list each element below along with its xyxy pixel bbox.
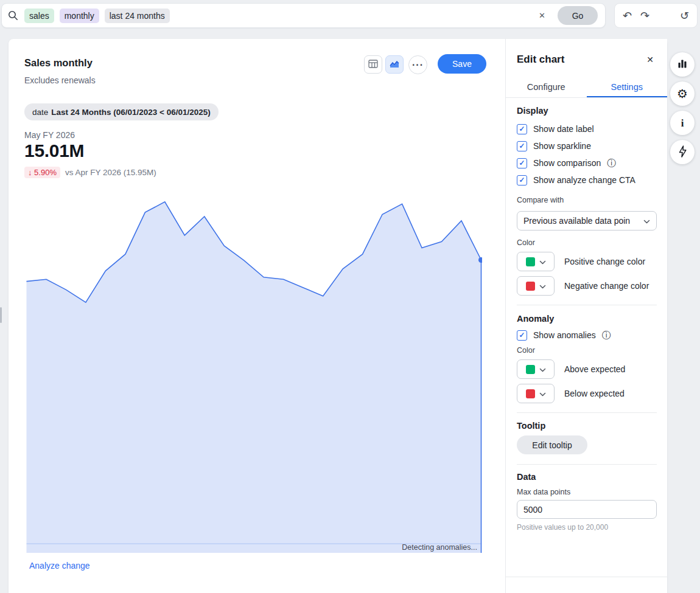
above-expected-swatch [526,365,535,374]
sparkline-chart[interactable]: Detecting anomalies... [26,198,482,553]
insights-button[interactable] [670,140,695,164]
chevron-down-icon [539,389,546,398]
max-data-points-helper: Positive values up to 20,000 [517,523,608,532]
reset-button[interactable]: ↺ [680,10,689,21]
chart-type-button[interactable] [670,52,695,77]
panel-resize-handle[interactable] [0,307,2,323]
undo-button[interactable]: ↶ [623,10,632,21]
change-badge: ↓ 5.90% [24,167,60,178]
divider [517,412,657,413]
lightning-bolt-icon [678,145,687,159]
kpi-value: 15.01M [24,140,84,161]
checkbox-label: Show sparkline [533,141,591,151]
history-controls: ↶ ↷ ↺ [614,3,698,28]
negative-color-picker[interactable] [517,276,555,296]
above-expected-row: Above expected [517,359,625,379]
divider [517,305,657,305]
positive-color-row: Positive change color [517,252,645,271]
filter-chip-value: Last 24 Months (06/01/2023 < 06/01/2025) [51,108,211,117]
ellipsis-icon: ··· [412,60,424,70]
save-button[interactable]: Save [438,54,486,74]
undo-icon: ↶ [623,10,632,22]
edit-panel-title: Edit chart [517,54,564,66]
redo-icon: ↷ [640,10,649,22]
compare-with-value: Previous available data poin [523,216,630,226]
edit-chart-panel: Edit chart ✕ Configure Settings Display … [505,39,667,593]
above-expected-color-picker[interactable] [517,359,555,379]
more-options-button[interactable]: ··· [408,55,427,74]
positive-color-label: Positive change color [564,257,645,266]
app-window: sales monthly last 24 months ✕ Go ↶ ↷ ↺ … [0,0,700,593]
data-section-title: Data [517,472,536,482]
clear-search-button[interactable]: ✕ [535,7,549,24]
divider [517,464,657,465]
date-filter-chip[interactable]: date Last 24 Months (06/01/2023 < 06/01/… [24,103,219,120]
chart-view-button[interactable] [385,55,404,74]
panel-footer-divider [506,577,668,577]
close-panel-button[interactable]: ✕ [642,51,659,68]
tab-settings[interactable]: Settings [587,78,668,97]
filter-chip-prefix: date [32,108,48,117]
info-button[interactable]: i [670,111,695,135]
chevron-down-icon [539,282,546,291]
display-color-label: Color [517,238,535,247]
negative-color-label: Negative change color [564,281,649,291]
above-expected-label: Above expected [564,364,625,374]
answer-card: Sales monthly Excludes renewals ··· Save… [9,39,667,593]
below-expected-color-picker[interactable] [517,384,555,403]
info-icon[interactable]: ⓘ [607,159,616,168]
close-icon: ✕ [646,55,654,64]
redo-button[interactable]: ↷ [640,10,649,21]
chart-title: Sales monthly [24,57,93,69]
below-expected-swatch [526,389,535,398]
tab-configure[interactable]: Configure [506,78,587,97]
search-token-monthly[interactable]: monthly [60,9,99,23]
gear-icon: ⚙ [677,88,688,100]
checkbox-checked-icon[interactable] [517,141,527,151]
go-button[interactable]: Go [558,6,598,25]
max-data-points-label: Max data points [517,488,570,496]
checkbox-checked-icon[interactable] [517,124,527,134]
detecting-anomalies-status: Detecting anomalies... [402,543,477,552]
tooltip-section-title: Tooltip [517,421,545,431]
checkbox-label: Show analyze change CTA [533,175,635,185]
settings-button[interactable]: ⚙ [670,81,695,106]
checkbox-label: Show comparison [533,158,601,168]
compare-with-label: Compare with [517,196,564,204]
checkbox-checked-icon[interactable] [517,330,527,341]
search-token-sales[interactable]: sales [24,9,54,23]
checkbox-checked-icon[interactable] [517,158,527,168]
max-data-points-input[interactable] [517,500,657,519]
search-token-last-24-months[interactable]: last 24 months [105,9,170,23]
checkbox-show-date-label[interactable]: Show date label [517,122,594,136]
info-icon: i [681,118,684,128]
area-chart-icon [390,60,399,70]
below-expected-row: Below expected [517,384,625,403]
chart-subtitle: Excludes renewals [24,75,96,85]
edit-tooltip-button[interactable]: Edit tooltip [517,435,587,454]
comparison-text: vs Apr FY 2026 (15.95M) [65,168,156,177]
info-icon[interactable]: ⓘ [602,331,611,340]
kpi-change-row: ↓ 5.90% vs Apr FY 2026 (15.95M) [24,167,156,178]
chevron-down-icon [643,216,650,226]
bar-chart-icon [677,59,687,71]
checkbox-label: Show date label [533,124,594,134]
checkbox-checked-icon[interactable] [517,175,527,186]
checkbox-show-anomalies[interactable]: Show anomalies ⓘ [517,328,611,342]
compare-with-select[interactable]: Previous available data poin [517,211,657,231]
checkbox-show-analyze-change-cta[interactable]: Show analyze change CTA [517,173,635,187]
table-view-button[interactable] [364,55,382,74]
positive-color-picker[interactable] [517,252,555,271]
search-icon [8,10,18,21]
checkbox-show-sparkline[interactable]: Show sparkline [517,139,591,153]
checkbox-show-comparison[interactable]: Show comparison ⓘ [517,156,616,170]
view-toggle [364,55,404,74]
checkbox-label: Show anomalies [533,330,596,340]
sparkline-svg [26,198,482,553]
anomaly-section-title: Anomaly [517,314,554,324]
below-expected-label: Below expected [564,389,625,398]
chevron-down-icon [539,257,546,266]
search-bar[interactable]: sales monthly last 24 months ✕ Go [1,3,606,28]
positive-color-swatch [526,257,535,266]
analyze-change-link[interactable]: Analyze change [29,561,90,570]
